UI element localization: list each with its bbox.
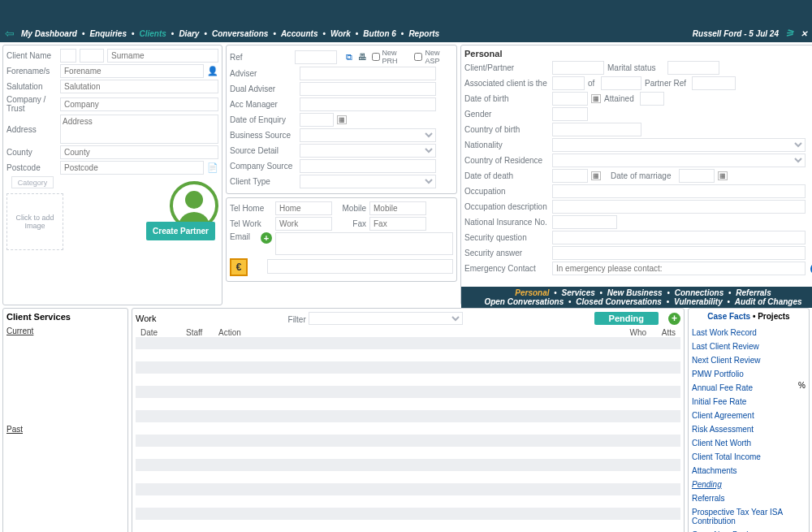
attained-input[interactable] — [640, 92, 664, 106]
secq-input[interactable] — [552, 231, 806, 244]
menu-button6[interactable]: Button 6 — [360, 29, 400, 38]
case-facts-tab[interactable]: Case Facts — [707, 312, 750, 321]
fact-link[interactable]: Open New Business Opportunities — [692, 528, 806, 532]
dual-adviser-input[interactable] — [300, 82, 436, 96]
tab-open-conv[interactable]: Open Conversations — [482, 297, 566, 306]
tab-newbusiness[interactable]: New Business — [605, 288, 665, 297]
work-list[interactable] — [136, 337, 680, 532]
menu-accounts[interactable]: Accounts — [278, 29, 322, 38]
occ-input[interactable] — [552, 184, 806, 198]
pending-button[interactable]: Pending — [594, 312, 659, 325]
calendar-icon[interactable]: ▦ — [337, 115, 347, 124]
seca-input[interactable] — [552, 246, 806, 260]
fact-link-pending[interactable]: Pending — [692, 478, 806, 491]
email-input[interactable] — [275, 232, 453, 255]
bsource-select[interactable] — [300, 128, 436, 142]
adviser-input[interactable] — [300, 67, 436, 80]
copy-icon[interactable]: ⧉ — [343, 51, 354, 63]
filter-select[interactable] — [309, 312, 463, 325]
dod-input[interactable] — [552, 169, 588, 183]
document-icon[interactable]: 📄 — [207, 162, 218, 174]
fact-link[interactable]: Next Client Review — [692, 353, 806, 367]
image-drop[interactable]: Click to add Image — [6, 193, 63, 250]
menu-conversations[interactable]: Conversations — [209, 29, 271, 38]
menu-clients[interactable]: Clients — [136, 29, 170, 38]
tab-closed-conv[interactable]: Closed Conversations — [573, 297, 664, 306]
salutation-input[interactable] — [60, 80, 218, 93]
add-work-icon[interactable]: + — [668, 313, 680, 325]
add-email-icon[interactable]: + — [261, 232, 272, 244]
user-icon[interactable]: 👤 — [207, 66, 218, 77]
forename-input[interactable] — [60, 64, 204, 78]
telwork-input[interactable] — [275, 217, 332, 231]
dob-input[interactable] — [552, 92, 588, 106]
menu-reports[interactable]: Reports — [405, 29, 443, 38]
occd-input[interactable] — [552, 200, 806, 214]
calendar-icon[interactable]: ▦ — [591, 94, 601, 103]
title-input[interactable] — [60, 49, 76, 63]
fact-link[interactable]: Last Work Record — [692, 326, 806, 340]
menu-my-dashboard[interactable]: My Dashboard — [18, 29, 80, 38]
signal-icon[interactable]: ⚞ — [785, 28, 794, 39]
ctype-select[interactable] — [300, 175, 436, 188]
tab-connections[interactable]: Connections — [672, 288, 727, 297]
new-prh-check[interactable]: New PRH — [372, 49, 412, 65]
fact-link[interactable]: Risk Assessment — [692, 422, 806, 436]
menu-diary[interactable]: Diary — [175, 29, 202, 38]
emc-input[interactable] — [552, 262, 806, 275]
fact-link[interactable]: Attachments — [692, 464, 806, 478]
cp-input[interactable] — [552, 61, 604, 75]
close-icon[interactable]: ✕ — [801, 29, 807, 38]
telhome-input[interactable] — [275, 201, 332, 215]
nino-input[interactable] — [552, 215, 617, 229]
ms-input[interactable] — [667, 61, 719, 75]
assoc-of-input[interactable] — [601, 76, 641, 90]
nat-select[interactable] — [552, 138, 806, 152]
cor-select[interactable] — [552, 154, 806, 167]
surname-input[interactable] — [107, 49, 218, 63]
fact-link[interactable]: Prospective Tax Year ISA Contribution — [692, 505, 806, 528]
svc-current[interactable]: Current — [6, 327, 124, 335]
county-input[interactable] — [60, 145, 218, 159]
assoc-input[interactable] — [552, 76, 585, 90]
gender-input[interactable] — [552, 107, 588, 121]
fact-link[interactable]: Client Agreement — [692, 409, 806, 422]
tab-referrals[interactable]: Referrals — [733, 288, 773, 297]
projects-tab[interactable]: Projects — [758, 312, 789, 321]
company-input[interactable] — [60, 97, 218, 111]
print-icon[interactable]: 🖶 — [357, 51, 368, 63]
tab-audit[interactable]: Audit of Changes — [732, 297, 805, 306]
create-partner-button[interactable]: Create Partner — [146, 222, 215, 240]
menu-work[interactable]: Work — [327, 29, 354, 38]
cob-input[interactable] — [552, 123, 641, 136]
calendar-icon[interactable]: ▦ — [718, 171, 728, 180]
new-asp-check[interactable]: New ASP — [414, 49, 453, 65]
fact-link[interactable]: Initial Fee Rate — [692, 395, 806, 409]
fact-link[interactable]: Annual Fee Rate — [692, 381, 798, 395]
menu-enquiries[interactable]: Enquiries — [86, 29, 130, 38]
doe-input[interactable] — [300, 113, 334, 127]
currency-icon[interactable]: € — [230, 258, 248, 276]
tab-vulnerability[interactable]: Vulnerability — [672, 297, 725, 306]
fax-input[interactable] — [369, 217, 426, 231]
svc-past[interactable]: Past — [6, 425, 124, 434]
fact-link[interactable]: Client Net Worth — [692, 436, 806, 450]
fact-link[interactable]: PMW Portfolio — [692, 367, 806, 381]
csource-input[interactable] — [300, 159, 436, 173]
fact-link[interactable]: Client Total Income — [692, 450, 806, 464]
initials-input[interactable] — [80, 49, 104, 63]
pref-input[interactable] — [692, 76, 736, 90]
acc-manager-input[interactable] — [300, 97, 436, 111]
ref-input[interactable] — [295, 50, 337, 64]
sdetail-select[interactable] — [300, 144, 436, 158]
back-arrow-icon[interactable]: ⇦ — [5, 27, 15, 40]
fact-link[interactable]: Last Client Review — [692, 340, 806, 353]
mobile-input[interactable] — [369, 201, 426, 215]
category-box[interactable]: Category — [11, 176, 54, 188]
calendar-icon[interactable]: ▦ — [591, 171, 601, 180]
notes-input[interactable] — [267, 259, 453, 274]
address-input[interactable] — [60, 115, 218, 144]
tab-personal[interactable]: Personal — [512, 288, 551, 297]
postcode-input[interactable] — [60, 161, 204, 175]
tab-services[interactable]: Services — [559, 288, 598, 297]
